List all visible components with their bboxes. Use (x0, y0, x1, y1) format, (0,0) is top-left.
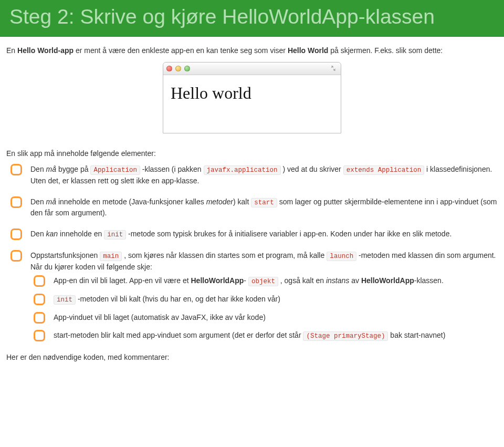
checkbox-icon[interactable] (10, 228, 22, 240)
item-text: , som kjøres når klassen din startes som… (122, 251, 327, 259)
zoom-icon (184, 66, 190, 71)
checkbox-icon[interactable] (34, 275, 45, 287)
item-text: -metode som typisk brukes for å initiali… (126, 230, 452, 238)
code-snippet: init (54, 295, 76, 305)
code-snippet: objekt (248, 277, 278, 286)
list-item: Den må inneholde en metode (Java-funksjo… (6, 196, 498, 218)
checkbox-icon[interactable] (10, 164, 22, 175)
item-text: inneholde en metode (Java-funksjoner kal… (56, 197, 206, 206)
code-snippet: (Stage primaryStage) (303, 331, 388, 341)
item-text: Den (30, 230, 46, 238)
list-item: Oppstartsfunksjonen main , som kjøres nå… (6, 250, 498, 341)
step-title: Steg 2: Skrive og kjøre HelloWorldApp-kl… (9, 5, 495, 29)
item-text: App-vinduet vil bli laget (automatisk av… (54, 313, 266, 321)
item-text: ) kalt (233, 197, 251, 206)
item-em: må (46, 165, 56, 173)
item-em: må (46, 197, 56, 206)
intro-text-3: på skjermen. F.eks. slik som dette: (328, 46, 443, 55)
minimize-icon (175, 66, 181, 71)
checklist: Den må bygge på Application -klassen (i … (6, 164, 498, 341)
list-item: Den må bygge på Application -klassen (i … (6, 164, 498, 185)
code-snippet: main (100, 252, 122, 261)
list-item: Den kan inneholde en init -metode som ty… (6, 228, 498, 240)
item-em: instans (326, 276, 349, 285)
intro-bold-1: Hello World-app (17, 46, 74, 55)
mac-window: Hello world (163, 62, 341, 133)
item-text: inneholde en (58, 230, 104, 238)
step-header: Steg 2: Skrive og kjøre HelloWorldApp-kl… (0, 0, 504, 37)
list-item: App-vinduet vil bli laget (automatisk av… (30, 312, 498, 323)
mac-body: Hello world (163, 75, 341, 133)
item-text: start-metoden blir kalt med app-vinduet … (54, 331, 303, 339)
code-snippet: launch (327, 252, 356, 261)
item-text: Oppstartsfunksjonen (30, 251, 100, 259)
code-snippet: start (251, 198, 277, 207)
item-text: Den (30, 165, 46, 173)
intro-paragraph: En Hello World-app er ment å være den en… (6, 45, 498, 56)
item-text: Den (30, 197, 46, 206)
item-text: -klassen (i pakken (140, 165, 204, 173)
checkbox-icon[interactable] (34, 312, 45, 324)
item-text: - (244, 276, 248, 285)
content: En Hello World-app er ment å være den en… (0, 37, 504, 378)
lead-text: En slik app må inneholde følgende elemen… (6, 148, 498, 159)
resize-icon (330, 65, 338, 72)
item-text: -metoden vil bli kalt (hvis du har en, o… (76, 295, 280, 303)
intro-bold-2: Hello World (288, 46, 329, 55)
traffic-lights (166, 66, 190, 71)
code-snippet: javafx.application (204, 165, 281, 175)
checkbox-icon[interactable] (34, 294, 45, 305)
item-em: metoder (206, 197, 233, 206)
item-strong: HelloWorldApp (361, 276, 414, 285)
item-text: ) ved at du skriver (281, 165, 343, 173)
intro-text: En (6, 46, 17, 55)
figure-wrapper: Hello world (6, 62, 498, 133)
item-text: bygge på (56, 165, 90, 173)
item-text: bak start-navnet) (388, 331, 445, 339)
code-snippet: extends Application (343, 165, 425, 175)
item-strong: HelloWorldApp (191, 276, 244, 285)
checkbox-icon[interactable] (34, 330, 45, 341)
mac-titlebar (163, 63, 341, 75)
checkbox-icon[interactable] (10, 250, 22, 262)
item-text: , også kalt en (278, 276, 326, 285)
item-text: -klassen. (414, 276, 444, 285)
item-em: kan (46, 230, 58, 238)
code-snippet: init (104, 230, 126, 240)
intro-text-2: er ment å være den enkleste app-en en ka… (74, 46, 288, 55)
list-item: App-en din vil bli laget. App-en vil vær… (30, 275, 498, 286)
hello-world-text: Hello world (171, 84, 251, 102)
checkbox-icon[interactable] (10, 196, 22, 208)
code-snippet: Application (90, 165, 140, 175)
item-text: App-en din vil bli laget. App-en vil vær… (54, 276, 191, 285)
close-icon (166, 66, 172, 71)
sub-checklist: App-en din vil bli laget. App-en vil vær… (30, 275, 498, 341)
outro-text: Her er den nødvendige koden, med komment… (6, 352, 498, 362)
list-item: start-metoden blir kalt med app-vinduet … (30, 330, 498, 341)
item-text: av (349, 276, 361, 285)
list-item: init -metoden vil bli kalt (hvis du har … (30, 294, 498, 305)
